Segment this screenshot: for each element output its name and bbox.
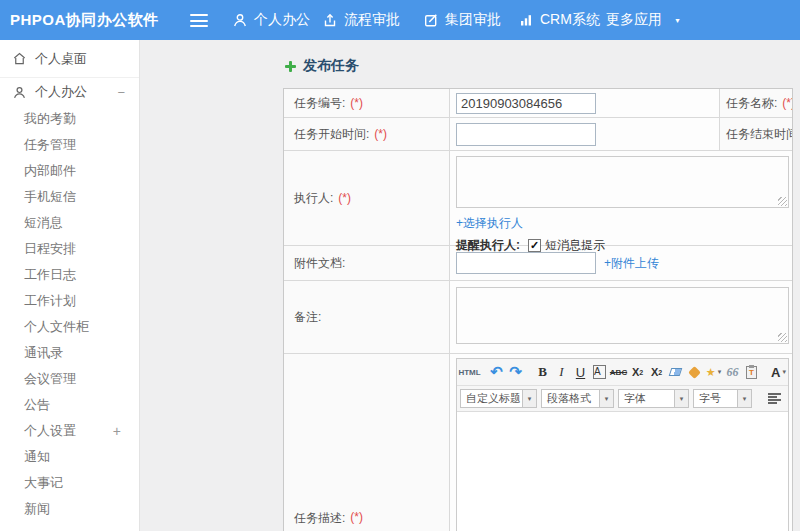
editor-toolbar-row2: 自定义标题 ▾ 段落格式 ▾ 字体 ▾ 字号 ▾ [457,386,788,412]
sidebar-item-label: 公告 [24,396,50,414]
description-label: 任务描述:(*) [284,354,450,531]
sidebar-item-file-cabinet[interactable]: 个人文件柜 [0,314,139,340]
undo-icon[interactable]: ↶ [488,361,505,383]
nav-group-approval[interactable]: 集团审批 [423,0,501,40]
bold-button[interactable]: B [534,361,551,383]
remark-textarea[interactable] [456,287,789,344]
sidebar-item-mobile-sms[interactable]: 手机短信 [0,184,139,210]
sidebar-item-announcement[interactable]: 公告 [0,392,139,418]
custom-heading-select[interactable]: 自定义标题 ▾ [460,389,537,408]
italic-button[interactable]: I [553,361,570,383]
remark-label: 备注: [284,281,450,353]
strikethrough-button[interactable]: ABC [610,361,627,383]
blockquote-button[interactable]: 66 [724,361,741,383]
nav-label: CRM系统 [540,11,600,29]
sidebar-item-label: 大事记 [24,474,63,492]
remove-format-eraser-icon[interactable] [667,361,684,383]
chart-icon [518,12,534,28]
insert-wand-dropdown[interactable]: ★ ▾ [705,361,722,383]
font-size-select[interactable]: 字号 ▾ [693,389,752,408]
form-row-task-no: 任务编号:(*) 20190903084656 任务名称:(*) [284,89,792,118]
dropdown-arrow-icon: ▾ [523,389,537,408]
dropdown-arrow-icon: ▾ [782,368,786,376]
sidebar-item-label: 任务管理 [24,136,76,154]
sidebar-item-label: 个人办公 [35,83,87,101]
align-left-icon[interactable] [768,393,781,405]
resize-grip-icon[interactable] [778,197,787,206]
sidebar-item-personal-settings[interactable]: 个人设置 + [0,418,139,444]
nav-label: 集团审批 [445,11,501,29]
nav-more-apps[interactable]: 更多应用 ▼ [606,0,681,40]
paragraph-format-select[interactable]: 段落格式 ▾ [541,389,614,408]
sidebar-item-label: 新闻 [24,500,50,518]
format-brush-icon[interactable] [686,361,703,383]
sidebar-item-attendance[interactable]: 我的考勤 [0,106,139,132]
nav-crm-system[interactable]: CRM系统 [518,0,600,40]
sidebar-item-internal-mail[interactable]: 内部邮件 [0,158,139,184]
collapse-icon[interactable]: − [117,85,125,100]
executor-textarea[interactable] [456,156,789,208]
page-title-text: 发布任务 [303,57,359,75]
task-name-label: 任务名称:(*) [719,89,792,117]
sidebar-item-memorabilia[interactable]: 大事记 [0,470,139,496]
wand-star-icon: ★ [706,366,716,379]
task-no-input[interactable]: 20190903084656 [456,93,596,114]
text-style-button[interactable]: A [593,365,606,379]
person-icon [12,85,27,100]
redo-icon[interactable]: ↷ [507,361,524,383]
add-task-icon [285,61,296,72]
underline-button[interactable]: U [572,361,589,383]
executor-label: 执行人:(*) [284,151,450,245]
nav-label: 更多应用 [606,11,662,29]
main-content: 发布任务 任务编号:(*) 20190903084656 任务名称:(*) 任务… [140,40,800,531]
sidebar-item-label: 日程安排 [24,240,76,258]
form-row-attachment: 附件文档: +附件上传 [284,246,792,281]
start-time-input[interactable] [456,123,596,146]
sidebar-item-schedule[interactable]: 日程安排 [0,236,139,262]
sidebar-item-personal-desktop[interactable]: 个人桌面 [0,40,139,78]
sidebar-item-work-plan[interactable]: 工作计划 [0,288,139,314]
attachment-label: 附件文档: [284,246,450,280]
editor-content[interactable] [457,412,788,531]
nav-label: 流程审批 [344,11,400,29]
sidebar-item-personal-office[interactable]: 个人办公 − [0,78,139,106]
nav-personal-office[interactable]: 个人办公 [232,0,310,40]
sidebar-item-notice[interactable]: 通知 [0,444,139,470]
sidebar-item-label: 会议管理 [24,370,76,388]
subscript-button[interactable]: X2 [648,361,665,383]
sidebar-item-work-log[interactable]: 工作日志 [0,262,139,288]
sidebar-item-label: 工作日志 [24,266,76,284]
font-family-select[interactable]: 字体 ▾ [618,389,689,408]
paste-clipboard-icon[interactable]: T [743,361,760,383]
sidebar-item-label: 个人文件柜 [24,318,89,336]
sidebar-item-label: 通知 [24,448,50,466]
html-source-button[interactable]: HTML [461,361,478,383]
attachment-input[interactable] [456,252,596,274]
form-row-remark: 备注: [284,281,792,354]
sidebar-item-meeting-management[interactable]: 会议管理 [0,366,139,392]
select-executor-link[interactable]: +选择执行人 [456,215,523,232]
person-icon [232,12,248,28]
nav-workflow-approval[interactable]: 流程审批 [322,0,400,40]
menu-toggle-icon[interactable] [190,14,208,27]
publish-task-form: 任务编号:(*) 20190903084656 任务名称:(*) 任务开始时间:… [283,88,793,531]
sidebar-item-short-message[interactable]: 短消息 [0,210,139,236]
sidebar-item-news[interactable]: 新闻 [0,496,139,522]
resize-grip-icon[interactable] [778,333,787,342]
nav-label: 个人办公 [254,11,310,29]
sidebar-item-label: 内部邮件 [24,162,76,180]
font-color-dropdown[interactable]: A ▾ [770,361,787,383]
attachment-upload-link[interactable]: +附件上传 [604,255,659,272]
superscript-button[interactable]: X2 [629,361,646,383]
sidebar-item-task-management[interactable]: 任务管理 [0,132,139,158]
dropdown-arrow-icon: ▾ [675,389,689,408]
home-icon [12,51,27,66]
form-row-start-time: 任务开始时间:(*) 任务结束时间:(*) [284,118,792,151]
sidebar-item-label: 工作计划 [24,292,76,310]
dropdown-arrow-icon: ▾ [600,389,614,408]
expand-icon[interactable]: + [113,423,121,439]
sidebar-item-label: 短消息 [24,214,63,232]
dropdown-arrow-icon: ▾ [718,368,722,376]
sidebar-item-contacts[interactable]: 通讯录 [0,340,139,366]
form-row-description: 任务描述:(*) HTML ↶ ↷ B I U A ABC X [284,354,792,531]
